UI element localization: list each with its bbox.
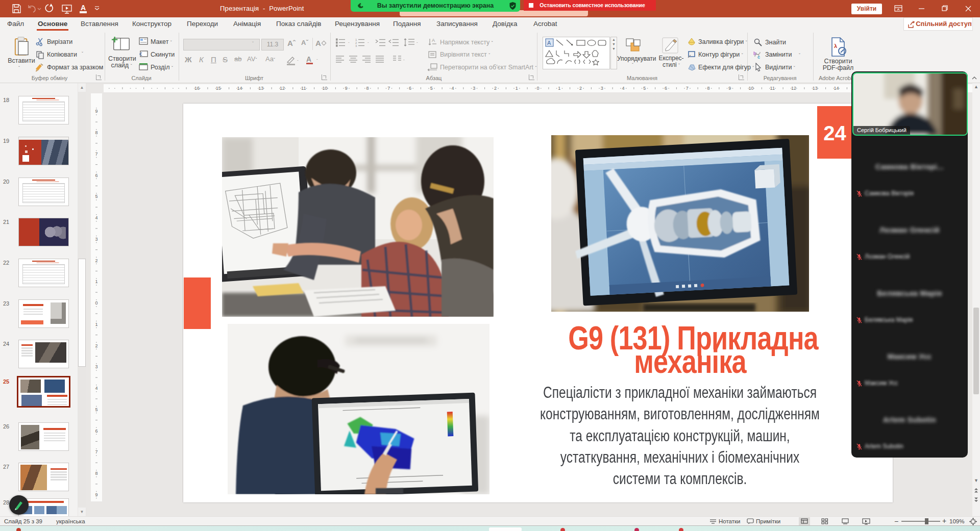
svg-text:5: 5	[95, 194, 97, 199]
svg-text:15: 15	[216, 86, 221, 91]
svg-text:8: 8	[707, 86, 709, 91]
svg-text:9: 9	[345, 86, 348, 91]
svg-text:ˇ: ˇ	[297, 59, 299, 64]
svg-text:ˇ: ˇ	[348, 41, 350, 46]
svg-text:1: 1	[516, 86, 518, 91]
svg-text:5: 5	[430, 86, 433, 91]
svg-text:6: 6	[665, 86, 667, 91]
svg-text:13: 13	[813, 86, 818, 91]
svg-text:1: 1	[558, 86, 560, 91]
svg-text:A: A	[547, 40, 551, 46]
svg-text:0: 0	[95, 300, 97, 306]
svg-text:1: 1	[95, 322, 97, 327]
svg-text:ˇ: ˇ	[316, 58, 318, 63]
svg-text:10: 10	[322, 86, 327, 91]
svg-text:6: 6	[95, 173, 97, 178]
svg-text:7: 7	[686, 86, 689, 91]
svg-text:ˇ: ˇ	[416, 41, 418, 46]
svg-text:A: A	[432, 38, 435, 43]
svg-text:8: 8	[95, 130, 97, 135]
svg-text:4: 4	[622, 86, 624, 91]
svg-text:3: 3	[355, 44, 357, 47]
svg-text:2: 2	[494, 86, 497, 91]
svg-text:11: 11	[301, 86, 306, 91]
svg-text:5: 5	[95, 407, 97, 412]
svg-text:11: 11	[770, 86, 775, 91]
svg-text:3: 3	[473, 86, 475, 91]
svg-text:12: 12	[791, 86, 796, 91]
svg-text:16: 16	[194, 86, 200, 91]
svg-text:5: 5	[643, 86, 646, 91]
svg-text:2: 2	[579, 86, 582, 91]
svg-text:7: 7	[387, 86, 390, 91]
svg-text:3: 3	[95, 237, 97, 242]
svg-text:9: 9	[95, 109, 97, 114]
svg-text:8: 8	[95, 471, 97, 476]
svg-text:7: 7	[95, 449, 97, 454]
svg-text:4: 4	[451, 86, 454, 91]
svg-text:9: 9	[95, 492, 97, 497]
svg-text:4: 4	[95, 215, 97, 220]
svg-text:7: 7	[95, 151, 97, 157]
svg-text:1: 1	[95, 279, 97, 284]
svg-text:ˇ: ˇ	[403, 59, 405, 63]
svg-text:6: 6	[95, 428, 97, 434]
svg-text:0: 0	[536, 86, 539, 91]
svg-text:8: 8	[366, 86, 369, 91]
svg-text:13: 13	[258, 86, 263, 91]
svg-text:6: 6	[409, 86, 411, 91]
svg-text:ˇ: ˇ	[368, 41, 369, 46]
svg-text:А: А	[81, 4, 86, 12]
svg-text:10: 10	[748, 86, 753, 91]
svg-text:2: 2	[95, 258, 97, 263]
svg-text:12: 12	[280, 86, 285, 91]
svg-text:3: 3	[95, 364, 97, 369]
svg-text:14: 14	[237, 86, 242, 91]
svg-text:3: 3	[601, 86, 603, 91]
svg-text:λ: λ	[834, 43, 837, 49]
svg-text:4: 4	[95, 386, 97, 391]
svg-text:2: 2	[95, 343, 97, 348]
svg-text:А: А	[306, 55, 311, 63]
svg-text:9: 9	[728, 86, 731, 91]
svg-text:14: 14	[834, 86, 839, 91]
